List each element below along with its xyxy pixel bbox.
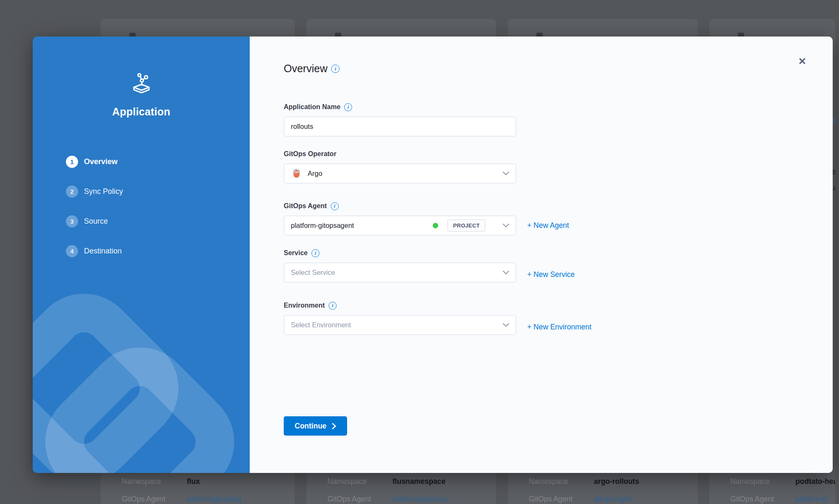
gitops-agent-label: GitOps Agent — [122, 495, 187, 504]
gitops-agent-value: platformgi — [795, 495, 828, 504]
gitops-agent-label: GitOps Agent — [529, 495, 594, 504]
gitops-operator-value: Argo — [308, 170, 322, 178]
page-title: Overview — [284, 63, 327, 75]
wizard-title: Application — [112, 106, 170, 118]
argo-logo-icon — [291, 168, 302, 179]
namespace-value: podtato-hea — [795, 477, 835, 486]
step-number: 4 — [66, 245, 78, 257]
environment-label: Environment — [284, 302, 325, 309]
continue-button-label: Continue — [295, 422, 327, 431]
gitops-operator-label: GitOps Operator — [284, 150, 336, 158]
gitops-agent-label: GitOps Agent — [284, 202, 327, 210]
namespace-label: Namespace — [122, 477, 187, 486]
gitops-agent-value: platformgitopsag... — [187, 495, 247, 504]
namespace-label: Namespace — [327, 477, 392, 486]
environment-placeholder: Select Environment — [291, 321, 351, 329]
step-label: Overview — [84, 157, 118, 166]
agent-status-dot-icon — [433, 223, 438, 228]
info-icon[interactable]: i — [331, 65, 340, 73]
environment-select[interactable]: Select Environment — [284, 315, 516, 335]
step-item-overview[interactable]: 1 Overview — [66, 156, 250, 168]
service-label: Service — [284, 249, 308, 257]
gitops-agent-select[interactable]: platform-gitopsagent PROJECT — [284, 216, 516, 235]
scope-badge: PROJECT — [447, 219, 485, 232]
new-agent-link[interactable]: + New Agent — [527, 221, 569, 230]
new-service-link[interactable]: + New Service — [527, 270, 575, 279]
chevron-down-icon — [503, 271, 509, 274]
application-name-label: Application Name — [284, 103, 340, 111]
gitops-agent-value: platform-gitopsagent — [291, 222, 354, 230]
chevron-right-icon — [332, 423, 336, 429]
wizard-content: ✕ Overview i Application Name i GitOps O… — [250, 37, 833, 473]
gitops-agent-value: gitopsmgmt — [594, 495, 632, 504]
step-item-source[interactable]: 3 Source — [66, 215, 250, 227]
step-number: 1 — [66, 156, 78, 168]
wizard-sidebar: Application 1 Overview 2 Sync Policy 3 S… — [33, 37, 250, 473]
step-number: 3 — [66, 215, 78, 227]
wizard-steps: 1 Overview 2 Sync Policy 3 Source 4 Dest… — [33, 156, 250, 257]
gitops-agent-label: GitOps Agent — [730, 495, 795, 504]
info-icon[interactable]: i — [311, 249, 319, 257]
new-environment-link[interactable]: + New Environment — [527, 323, 591, 332]
application-name-input[interactable] — [284, 117, 516, 136]
step-label: Source — [84, 217, 108, 226]
service-placeholder: Select Service — [291, 269, 335, 277]
info-icon[interactable]: i — [344, 103, 352, 111]
namespace-label: Namespace — [529, 477, 594, 486]
continue-button[interactable]: Continue — [284, 416, 347, 436]
close-icon[interactable]: ✕ — [798, 57, 806, 66]
clipped-text-fragment: fa — [832, 117, 835, 125]
service-select[interactable]: Select Service — [284, 263, 516, 282]
step-number: 2 — [66, 185, 78, 198]
step-item-destination[interactable]: 4 Destination — [66, 245, 250, 257]
step-label: Sync Policy — [84, 187, 123, 196]
chevron-down-icon — [503, 172, 509, 175]
application-icon — [130, 72, 153, 95]
info-icon[interactable]: i — [329, 302, 337, 310]
step-item-sync-policy[interactable]: 2 Sync Policy — [66, 185, 250, 198]
gitops-operator-select[interactable]: Argo — [284, 164, 516, 183]
namespace-label: Namespace — [730, 477, 795, 486]
namespace-value: flux — [187, 477, 200, 486]
namespace-value: argo-rollouts — [594, 477, 639, 486]
step-label: Destination — [84, 247, 122, 256]
gitops-agent-label: GitOps Agent — [327, 495, 392, 504]
application-wizard-modal: Application 1 Overview 2 Sync Policy 3 S… — [33, 37, 833, 473]
chevron-down-icon — [503, 224, 509, 227]
namespace-value: flusnamespace — [392, 477, 445, 486]
gitops-agent-value: platformgitopsag... — [392, 495, 453, 504]
info-icon[interactable]: i — [331, 202, 339, 210]
chevron-down-icon — [503, 323, 509, 327]
